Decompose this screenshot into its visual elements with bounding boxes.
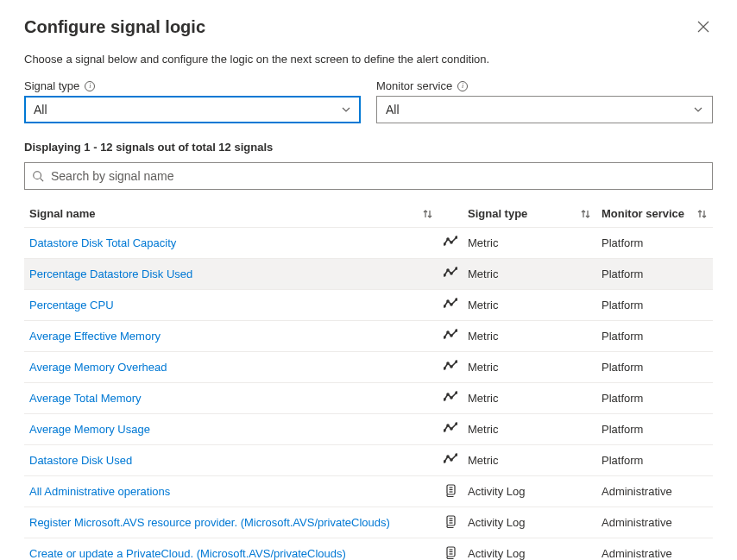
search-input[interactable] <box>51 169 705 183</box>
signal-link[interactable]: Datastore Disk Used <box>29 454 132 467</box>
search-box[interactable] <box>24 162 713 190</box>
svg-point-31 <box>447 393 449 395</box>
monitor-service-label: Monitor service i <box>376 79 713 92</box>
svg-point-17 <box>456 267 457 269</box>
svg-point-23 <box>447 331 449 333</box>
svg-point-41 <box>456 454 457 456</box>
monitor-service-cell: Platform <box>596 445 713 476</box>
monitor-service-dropdown[interactable]: All <box>376 96 713 123</box>
metric-icon <box>444 297 457 311</box>
svg-point-37 <box>456 423 457 425</box>
svg-point-10 <box>444 243 445 245</box>
table-row[interactable]: Average Memory OverheadMetricPlatform <box>24 352 713 383</box>
signal-link[interactable]: Average Memory Usage <box>29 423 150 436</box>
monitor-service-cell: Platform <box>596 290 713 321</box>
close-icon <box>697 21 709 33</box>
close-button[interactable] <box>694 17 713 39</box>
activity-log-icon <box>444 545 457 559</box>
svg-point-30 <box>444 399 445 400</box>
monitor-service-cell: Platform <box>596 352 713 383</box>
metric-icon <box>444 452 457 466</box>
signal-type-cell: Metric <box>463 414 596 445</box>
svg-point-22 <box>444 337 445 338</box>
svg-point-21 <box>456 299 457 300</box>
table-row[interactable]: Percentage CPUMetricPlatform <box>24 290 713 321</box>
svg-point-38 <box>444 461 445 462</box>
signal-link[interactable]: Create or update a PrivateCloud. (Micros… <box>29 547 346 560</box>
dialog-title: Configure signal logic <box>24 17 205 37</box>
svg-point-36 <box>450 428 452 430</box>
svg-point-12 <box>450 242 452 243</box>
metric-icon <box>444 328 457 342</box>
activity-log-icon <box>444 514 457 528</box>
svg-point-13 <box>456 236 457 238</box>
table-row[interactable]: Datastore Disk UsedMetricPlatform <box>24 445 713 476</box>
signal-link[interactable]: Percentage CPU <box>29 299 114 311</box>
displaying-count: Displaying 1 - 12 signals out of total 1… <box>24 141 713 154</box>
monitor-service-cell: Platform <box>596 228 713 259</box>
signal-type-cell: Metric <box>463 321 596 352</box>
signal-type-cell: Activity Log <box>463 538 596 561</box>
signal-type-value: All <box>34 103 47 116</box>
search-icon <box>32 170 44 182</box>
signal-link[interactable]: All Administrative operations <box>29 485 170 498</box>
svg-point-2 <box>34 172 41 179</box>
signal-link[interactable]: Percentage Datastore Disk Used <box>29 267 192 280</box>
signal-type-cell: Metric <box>463 383 596 414</box>
monitor-service-cell: Platform <box>596 383 713 414</box>
svg-point-15 <box>447 269 449 271</box>
table-row[interactable]: All Administrative operationsActivity Lo… <box>24 476 713 507</box>
signal-type-cell: Activity Log <box>463 476 596 507</box>
signal-type-dropdown[interactable]: All <box>24 96 361 123</box>
metric-icon <box>444 421 457 435</box>
svg-point-14 <box>444 274 445 276</box>
table-row[interactable]: Percentage Datastore Disk UsedMetricPlat… <box>24 259 713 290</box>
svg-point-20 <box>450 304 452 305</box>
table-row[interactable]: Average Memory UsageMetricPlatform <box>24 414 713 445</box>
svg-point-26 <box>444 368 445 369</box>
signal-link[interactable]: Datastore Disk Total Capacity <box>29 236 176 249</box>
monitor-service-value: All <box>386 103 400 116</box>
signal-type-cell: Metric <box>463 228 596 259</box>
monitor-service-label-text: Monitor service <box>376 79 452 92</box>
signal-type-label-text: Signal type <box>24 79 79 92</box>
column-header-name[interactable]: Signal name <box>24 200 438 228</box>
table-row[interactable]: Average Total MemoryMetricPlatform <box>24 383 713 414</box>
signal-type-cell: Metric <box>463 290 596 321</box>
svg-point-33 <box>456 392 457 393</box>
svg-point-11 <box>447 238 449 240</box>
column-header-service[interactable]: Monitor service <box>596 200 713 228</box>
signal-type-label: Signal type i <box>24 79 361 92</box>
sort-icon <box>421 208 433 220</box>
signal-link[interactable]: Average Effective Memory <box>29 330 161 343</box>
signal-link[interactable]: Average Memory Overhead <box>29 361 167 374</box>
svg-point-34 <box>444 430 445 431</box>
signal-link[interactable]: Register Microsoft.AVS resource provider… <box>29 516 390 529</box>
monitor-service-cell: Administrative <box>596 476 713 507</box>
monitor-service-cell: Platform <box>596 321 713 352</box>
chevron-down-icon <box>693 104 703 115</box>
table-row[interactable]: Create or update a PrivateCloud. (Micros… <box>24 538 713 561</box>
column-header-type[interactable]: Signal type <box>463 200 596 228</box>
svg-point-40 <box>450 459 452 461</box>
info-icon[interactable]: i <box>85 81 95 91</box>
svg-point-29 <box>456 361 457 362</box>
svg-point-27 <box>447 362 449 364</box>
column-header-service-text: Monitor service <box>602 207 684 220</box>
activity-log-icon <box>444 483 457 497</box>
table-row[interactable]: Datastore Disk Total CapacityMetricPlatf… <box>24 228 713 259</box>
table-row[interactable]: Register Microsoft.AVS resource provider… <box>24 507 713 538</box>
svg-point-16 <box>450 273 452 274</box>
chevron-down-icon <box>341 104 351 115</box>
sort-icon <box>579 208 591 220</box>
svg-point-19 <box>447 300 449 302</box>
svg-point-25 <box>456 330 457 331</box>
monitor-service-cell: Platform <box>596 259 713 290</box>
info-icon[interactable]: i <box>457 81 468 91</box>
table-row[interactable]: Average Effective MemoryMetricPlatform <box>24 321 713 352</box>
signal-link[interactable]: Average Total Memory <box>29 392 142 405</box>
signal-type-cell: Metric <box>463 259 596 290</box>
intro-text: Choose a signal below and configure the … <box>24 53 713 66</box>
metric-icon <box>444 266 457 280</box>
sort-icon <box>696 208 708 220</box>
